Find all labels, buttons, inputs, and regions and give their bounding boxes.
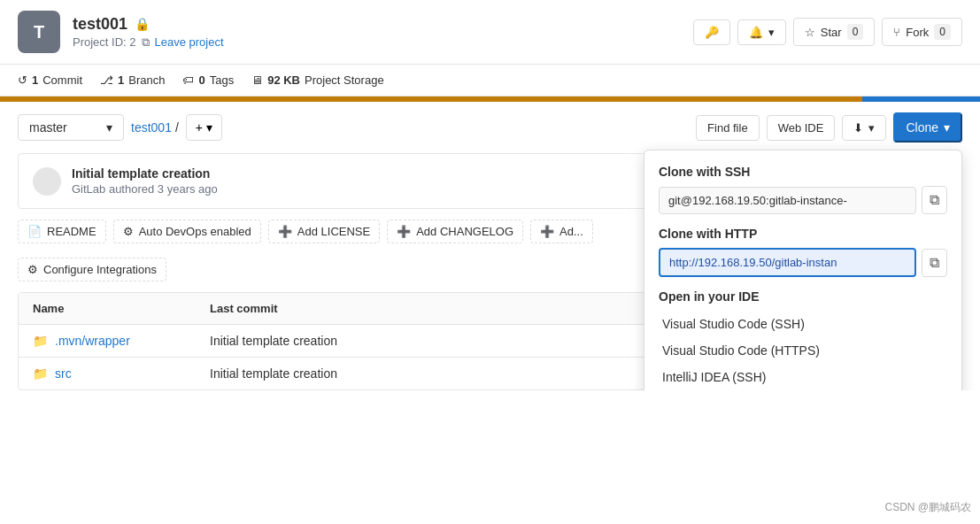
- toolbar-left: master ▾ test001 / + ▾: [18, 114, 222, 141]
- progress-bar: [0, 96, 980, 102]
- fork-icon: ⑂: [893, 26, 900, 39]
- lock-icon: 🔒: [135, 17, 150, 31]
- star-icon: ☆: [805, 26, 815, 39]
- clone-label: Clone: [906, 120, 938, 135]
- folder-icon: 📁: [33, 334, 48, 348]
- integrations-icon: ⚙: [27, 263, 38, 276]
- project-name: test001: [73, 15, 127, 34]
- commit-author: GitLab authored 3 years ago: [72, 182, 218, 196]
- chevron-down-icon: ▾: [868, 121, 875, 135]
- download-icon: ⬇: [853, 121, 863, 135]
- integrations-label: Configure Integrations: [43, 263, 157, 276]
- storage-label: Project Storage: [305, 73, 384, 87]
- add-file-button[interactable]: + ▾: [186, 114, 222, 141]
- clone-dropdown: Clone with SSH ⧉ Clone with HTTP ⧉ Open …: [644, 150, 962, 390]
- tag-icon: 🏷: [182, 73, 194, 87]
- clone-ssh-row: ⧉: [659, 186, 947, 214]
- branches-count: 1: [118, 73, 124, 87]
- ide-item[interactable]: IntelliJ IDEA (SSH): [659, 364, 947, 390]
- clone-http-input[interactable]: [659, 248, 916, 277]
- ide-item[interactable]: Visual Studio Code (SSH): [659, 311, 947, 337]
- copy-ssh-button[interactable]: ⧉: [922, 186, 947, 214]
- download-button[interactable]: ⬇ ▾: [842, 115, 886, 141]
- chevron-down-icon: ▾: [106, 120, 112, 135]
- branches-label: Branch: [128, 73, 165, 87]
- notification-button[interactable]: 🔔 ▾: [737, 19, 786, 45]
- commits-stat[interactable]: ↺ 1 Commit: [18, 73, 82, 87]
- auto-devops-button[interactable]: ⚙ Auto DevOps enabled: [113, 220, 261, 243]
- clone-http-row: ⧉: [659, 248, 947, 277]
- chevron-down-icon: ▾: [768, 26, 775, 39]
- tags-stat[interactable]: 🏷 0 Tags: [182, 73, 234, 87]
- project-title: test001 🔒: [73, 15, 224, 34]
- add-license-button[interactable]: ➕ Add LICENSE: [268, 220, 380, 243]
- web-ide-button[interactable]: Web IDE: [767, 115, 836, 141]
- add-changelog-button[interactable]: ➕ Add CHANGELOG: [387, 220, 523, 243]
- progress-rest: [862, 96, 980, 102]
- commit-info: Initial template creation GitLab authore…: [72, 166, 218, 196]
- progress-fill: [0, 96, 862, 102]
- plus-icon: +: [196, 120, 203, 135]
- readme-label: README: [47, 225, 96, 238]
- col-name-header: Name: [33, 302, 210, 315]
- star-button[interactable]: ☆ Star 0: [793, 18, 876, 46]
- commit-icon: ↺: [18, 73, 27, 87]
- star-count: 0: [847, 24, 864, 40]
- file-name[interactable]: 📁 src: [33, 366, 210, 381]
- folder-icon: 📁: [33, 366, 48, 381]
- star-label: Star: [821, 26, 842, 39]
- license-label: Add LICENSE: [297, 225, 370, 238]
- ide-title: Open in your IDE: [659, 289, 947, 304]
- readme-button[interactable]: 📄 README: [18, 220, 106, 243]
- commits-label: Commit: [42, 73, 82, 87]
- changelog-icon: ➕: [397, 225, 411, 238]
- configure-integrations-button[interactable]: ⚙ Configure Integrations: [18, 258, 166, 281]
- clone-http-title: Clone with HTTP: [659, 227, 947, 241]
- file-commit: Initial template creation: [210, 366, 579, 381]
- col-commit-header: Last commit: [210, 302, 579, 315]
- commits-count: 1: [32, 73, 38, 87]
- copy-http-button[interactable]: ⧉: [922, 249, 947, 277]
- clone-ssh-title: Clone with SSH: [659, 165, 947, 179]
- breadcrumb-project[interactable]: test001: [131, 120, 172, 135]
- project-info: test001 🔒 Project ID: 2 ⧉ Leave project: [73, 15, 224, 50]
- breadcrumb: test001 /: [131, 120, 179, 135]
- project-meta: Project ID: 2 ⧉ Leave project: [73, 35, 224, 50]
- add-more-button[interactable]: ➕ Ad...: [530, 220, 593, 243]
- add-more-icon: ➕: [540, 225, 554, 238]
- commit-avatar: [33, 167, 61, 196]
- copy-project-id-icon[interactable]: ⧉: [142, 35, 150, 50]
- ide-section: Open in your IDE Visual Studio Code (SSH…: [659, 289, 947, 390]
- find-file-button[interactable]: Find file: [696, 115, 760, 141]
- toolbar: master ▾ test001 / + ▾ Find file Web IDE…: [0, 102, 980, 153]
- chevron-down-icon: ▾: [206, 120, 212, 135]
- chevron-down-icon: ▾: [944, 120, 950, 135]
- ide-items-list: Visual Studio Code (SSH)Visual Studio Co…: [659, 311, 947, 390]
- devops-label: Auto DevOps enabled: [139, 225, 251, 238]
- fork-count: 0: [934, 24, 951, 40]
- branches-stat[interactable]: ⎇ 1 Branch: [100, 73, 165, 87]
- file-name[interactable]: 📁 .mvn/wrapper: [33, 334, 210, 348]
- header-bar: T test001 🔒 Project ID: 2 ⧉ Leave projec…: [0, 0, 980, 65]
- file-name-text: .mvn/wrapper: [55, 334, 130, 348]
- key-icon: 🔑: [705, 26, 719, 39]
- branch-name: master: [29, 120, 67, 135]
- fork-label: Fork: [906, 26, 929, 39]
- bell-icon: 🔔: [749, 26, 763, 39]
- clone-ssh-input[interactable]: [659, 187, 916, 214]
- project-id: Project ID: 2: [73, 35, 136, 49]
- fork-button[interactable]: ⑂ Fork 0: [882, 18, 962, 46]
- branch-icon: ⎇: [100, 73, 113, 87]
- avatar: T: [18, 11, 60, 53]
- storage-icon: 🖥: [251, 73, 263, 87]
- license-icon: ➕: [278, 225, 292, 238]
- toolbar-right: Find file Web IDE ⬇ ▾ Clone ▾ Clone with…: [696, 112, 962, 143]
- tags-count: 0: [198, 73, 204, 87]
- commit-title[interactable]: Initial template creation: [72, 166, 218, 181]
- request-access-button[interactable]: 🔑: [693, 19, 730, 45]
- branch-selector[interactable]: master ▾: [18, 114, 124, 141]
- leave-project-link[interactable]: Leave project: [155, 35, 224, 49]
- devops-icon: ⚙: [123, 225, 134, 238]
- ide-item[interactable]: Visual Studio Code (HTTPS): [659, 337, 947, 364]
- clone-button[interactable]: Clone ▾: [893, 112, 962, 143]
